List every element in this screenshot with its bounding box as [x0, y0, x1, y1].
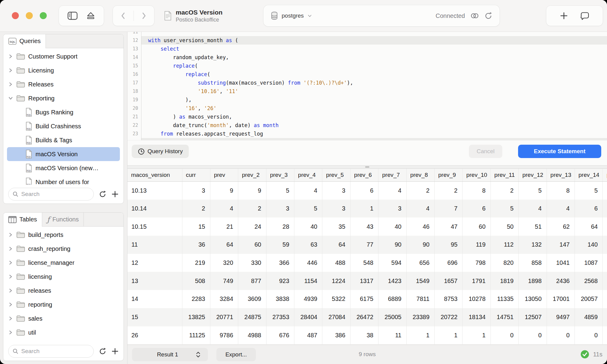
cell[interactable]	[603, 272, 607, 290]
cell[interactable]: 35	[322, 217, 350, 236]
column-header-prev-10[interactable]: prev_10	[463, 169, 490, 181]
cell[interactable]: 24875	[238, 308, 266, 326]
cell[interactable]: 7	[435, 200, 463, 218]
cell[interactable]: 10278	[463, 290, 490, 308]
cell-macos-version[interactable]: 10.14	[127, 200, 182, 218]
chevron-right-icon[interactable]	[8, 330, 13, 335]
tab-tables[interactable]: Tables	[3, 213, 42, 226]
cell[interactable]: 1224	[322, 272, 350, 290]
cell[interactable]: 3	[182, 181, 210, 200]
cell[interactable]: 28404	[294, 308, 322, 326]
cell[interactable]: 51	[519, 217, 547, 236]
sidebar-item-build-crashiness[interactable]: SQLBuild Crashiness	[7, 119, 120, 133]
cell[interactable]: 11335	[490, 290, 518, 308]
sidebar-item-bugs-ranking[interactable]: SQLBugs Ranking	[7, 105, 120, 119]
cell[interactable]: 140	[575, 236, 602, 254]
cell[interactable]: 14751	[490, 308, 518, 326]
cell[interactable]: 3838	[266, 290, 294, 308]
cell[interactable]	[603, 236, 607, 254]
cell[interactable]: 23389	[406, 308, 434, 326]
cell[interactable]: 8	[463, 181, 490, 200]
cell-macos-version[interactable]: 11	[127, 236, 182, 254]
cell[interactable]: 3284	[210, 290, 238, 308]
sidebar-item-util[interactable]: util	[7, 325, 120, 339]
cell[interactable]: 820	[490, 254, 518, 272]
splitter-handle[interactable]	[365, 166, 369, 168]
sidebar-item-releases[interactable]: Releases	[7, 77, 120, 91]
cell[interactable]: 4	[547, 200, 575, 218]
chevron-right-icon[interactable]	[8, 288, 13, 293]
cell[interactable]: 386	[322, 326, 350, 345]
cell[interactable]: 2	[490, 181, 518, 200]
plus-icon[interactable]	[111, 348, 119, 355]
cell[interactable]: 1	[463, 326, 490, 345]
chevron-right-icon[interactable]	[8, 274, 13, 279]
cell[interactable]: 27084	[322, 308, 350, 326]
sidebar-item-builds-tags[interactable]: SQLBuilds & Tags	[7, 133, 120, 147]
cell[interactable]: 1041	[547, 254, 575, 272]
cell[interactable]: 656	[406, 254, 434, 272]
sidebar-item-reporting[interactable]: Reporting	[7, 91, 120, 105]
column-header-prev-8[interactable]: prev_8	[406, 169, 434, 181]
cell-macos-version[interactable]: 13	[127, 272, 182, 290]
refresh-icon[interactable]	[484, 12, 492, 20]
cell[interactable]: 4	[210, 200, 238, 218]
cell[interactable]: 1819	[490, 272, 518, 290]
cell[interactable]: 9	[210, 181, 238, 200]
cell[interactable]: 4	[294, 181, 322, 200]
cell[interactable]: 1	[435, 326, 463, 345]
cell[interactable]: 2568	[575, 272, 602, 290]
cell[interactable]: 3	[378, 200, 406, 218]
cell[interactable]: 13050	[519, 290, 547, 308]
cell[interactable]: 1	[406, 326, 434, 345]
cell[interactable]: 5	[490, 200, 518, 218]
back-button[interactable]	[120, 11, 126, 20]
sql-editor[interactable]: 1112with user_versions_month as (13 sele…	[127, 32, 607, 140]
chevron-right-icon[interactable]	[8, 302, 13, 307]
cell[interactable]: 47	[435, 217, 463, 236]
cell[interactable]: 2	[238, 200, 266, 218]
cell[interactable]: 1423	[378, 272, 406, 290]
cell[interactable]: 0	[575, 326, 602, 345]
cell[interactable]: 4	[378, 181, 406, 200]
zoom-button[interactable]	[40, 12, 47, 19]
cell[interactable]: 119	[463, 236, 490, 254]
cell[interactable]: 20771	[210, 308, 238, 326]
cell-macos-version[interactable]: 10.15	[127, 217, 182, 236]
cell[interactable]: 1317	[350, 272, 378, 290]
cancel-button[interactable]: Cancel	[469, 145, 502, 158]
sidebar-item-sales[interactable]: sales	[7, 312, 120, 325]
cell[interactable]: 12507	[519, 308, 547, 326]
cell[interactable]: 62	[547, 217, 575, 236]
cell[interactable]: 749	[210, 272, 238, 290]
close-button[interactable]	[12, 12, 19, 19]
tables-search[interactable]	[8, 345, 94, 358]
cell[interactable]: 112	[490, 236, 518, 254]
cell[interactable]: 320	[210, 254, 238, 272]
cell[interactable]: 6	[463, 200, 490, 218]
cell[interactable]: 508	[182, 272, 210, 290]
cell-macos-version[interactable]: 10.13	[127, 181, 182, 200]
search-input[interactable]	[21, 191, 90, 197]
cell[interactable]: 64	[575, 217, 602, 236]
minimize-button[interactable]	[26, 12, 33, 19]
sidebar-item-macos-version-new[interactable]: SQLmacOS Version (new…	[7, 161, 120, 175]
chevron-down-icon[interactable]	[8, 96, 13, 101]
column-header-curr[interactable]: curr	[182, 169, 210, 181]
splitter[interactable]	[127, 165, 607, 169]
execute-statement-button[interactable]: Execute Statement	[518, 145, 601, 158]
tab-queries[interactable]: SQL Queries	[3, 34, 46, 48]
cell[interactable]: 46	[406, 217, 434, 236]
cell[interactable]: 147	[547, 236, 575, 254]
cell[interactable]: 548	[350, 254, 378, 272]
cell[interactable]: 1154	[294, 272, 322, 290]
cell[interactable]: 60	[238, 236, 266, 254]
cell[interactable]: 488	[322, 254, 350, 272]
cell[interactable]: 3	[266, 200, 294, 218]
cell[interactable]: 40	[294, 217, 322, 236]
cell[interactable]: 2283	[182, 290, 210, 308]
cell[interactable]: 6	[575, 200, 602, 218]
cell[interactable]: 5	[575, 181, 602, 200]
cell[interactable]: 1087	[575, 254, 602, 272]
cell[interactable]: 21	[210, 217, 238, 236]
